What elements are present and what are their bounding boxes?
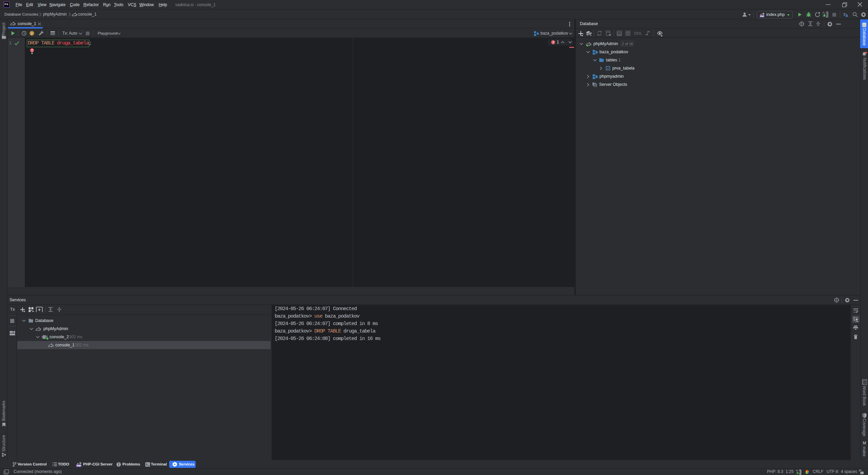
svg-text:PHP: PHP [760, 15, 764, 17]
svg-text:QL: QL [618, 33, 620, 35]
svg-text:A: A [864, 381, 866, 384]
svg-text:PHP: PHP [77, 464, 81, 467]
svg-text:A: A [846, 14, 848, 17]
